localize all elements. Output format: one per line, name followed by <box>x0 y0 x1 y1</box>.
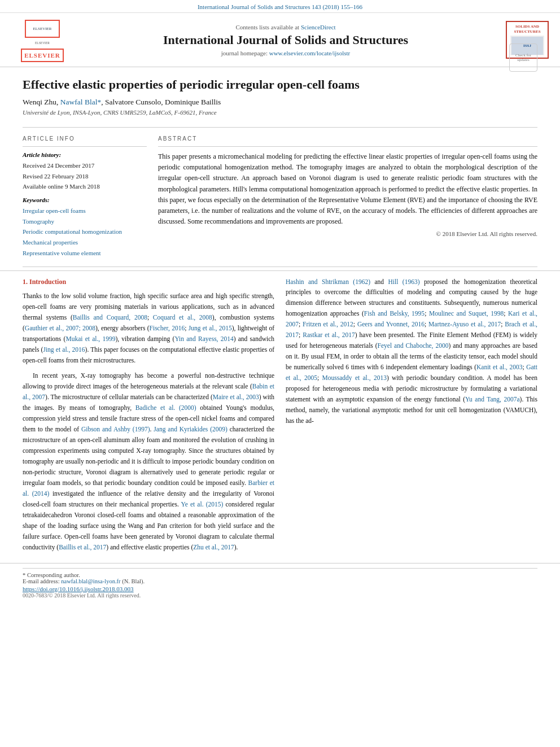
ref-yu-2007a[interactable]: Yu and Tang, 2007a <box>465 396 519 403</box>
email-suffix: (N. Blal). <box>122 578 145 584</box>
ref-fritzen-2012[interactable]: Fritzen et al., 2012 <box>303 321 353 327</box>
ref-coquard-2008[interactable]: Coquard et al., 2008 <box>153 314 212 321</box>
copyright-line: © 2018 Elsevier Ltd. All rights reserved… <box>158 230 537 237</box>
author-email-link[interactable]: nawfal.blal@insa-lyon.fr <box>61 578 120 584</box>
author-salvatore-cunsolo: Salvatore Cunsolo, Dominique Baillis <box>105 98 221 106</box>
footnote-divider <box>23 568 537 569</box>
ref-martnez-2017[interactable]: Martnez-Ayuso et al., 2017 <box>428 321 501 327</box>
issn-line: 0020-7683/© 2018 Elsevier Ltd. All right… <box>23 592 537 599</box>
ref-maire-2003[interactable]: Maire et al., 2003 <box>213 394 259 400</box>
section-divider <box>23 127 537 128</box>
intro-para-1: Thanks to the low solid volume fraction,… <box>23 291 274 366</box>
revised-date: Revised 22 February 2018 <box>23 171 147 182</box>
affiliation: Université de Lyon, INSA-Lyon, CNRS UMR5… <box>23 109 504 116</box>
abstract-label: ABSTRACT <box>158 136 537 142</box>
footer-note: * Corresponding author. E-mail address: … <box>0 563 560 603</box>
journal-header: ELSEVIER ELSEVIER ELSEVIER Contents list… <box>0 13 560 67</box>
ref-geers-2016[interactable]: Geers and Yvonnet, 2016 <box>357 321 425 327</box>
body-columns: 1. Introduction Thanks to the low solid … <box>23 277 537 557</box>
ref-baillis-2017[interactable]: Baillis et al., 2017 <box>59 544 106 551</box>
intro-para-2: In recent years, X-ray tomography has be… <box>23 370 274 552</box>
received-date: Received 24 December 2017 <box>23 160 147 171</box>
ref-ye-2015[interactable]: Ye et al. (2015) <box>181 501 224 508</box>
abstract-text: This paper presents a micromechanical mo… <box>158 151 537 227</box>
journal-citation: International Journal of Solids and Stru… <box>198 3 362 10</box>
authors-line: Wenqi Zhu, Nawfal Blal*, Salvatore Cunso… <box>23 98 504 107</box>
article-info-label: ARTICLE INFO <box>23 136 147 142</box>
ref-hill-1963[interactable]: Hill (1963) <box>388 278 419 285</box>
ref-baillis-2008[interactable]: Baillis and Coquard, 2008 <box>73 314 147 321</box>
keywords-label: Keywords: <box>23 196 147 203</box>
article-dates: Received 24 December 2017 Revised 22 Feb… <box>23 160 147 192</box>
elsevier-label-box: ELSEVIER <box>21 49 64 62</box>
journal-homepage: journal homepage: www.elsevier.com/locat… <box>73 50 498 56</box>
homepage-link[interactable]: www.elsevier.com/locate/ijsolstr <box>269 50 350 56</box>
keyword-2[interactable]: Tomography <box>23 216 147 227</box>
article-title-section: Effective elastic properties of periodic… <box>0 67 560 124</box>
ref-fischer-2016[interactable]: Fischer, 2016 <box>150 325 185 331</box>
abstract-divider <box>158 146 537 147</box>
contents-line: Contents lists available at ScienceDirec… <box>73 24 498 30</box>
author-wenqi-zhu: Wenqi Zhu, <box>23 98 60 106</box>
ref-barbier-2014[interactable]: Barbier et al. (2014) <box>23 479 274 497</box>
sciencedirect-link[interactable]: ScienceDirect <box>301 24 336 30</box>
ref-mukai-1999[interactable]: Mukai et al., 1999 <box>65 335 115 342</box>
elsevier-tree-icon: ELSEVIER ELSEVIER <box>20 18 65 49</box>
history-label: Article history: <box>23 151 147 158</box>
email-label: E-mail address: <box>23 578 60 584</box>
elsevier-logo: ELSEVIER ELSEVIER ELSEVIER <box>11 18 73 62</box>
ref-fish-1995[interactable]: Fish and Belsky, 1995 <box>364 310 425 317</box>
author-nawfal-blal-link[interactable]: Nawfal Blal* <box>60 98 101 106</box>
article-title: Effective elastic properties of periodic… <box>23 77 504 92</box>
corresponding-author-label: * Corresponding author. <box>23 572 80 578</box>
check-for-updates-badge: Check forupdates <box>509 43 537 72</box>
keyword-5[interactable]: Representative volume element <box>23 248 147 259</box>
keyword-4[interactable]: Mechanical properties <box>23 237 147 248</box>
ref-gauthier-2007[interactable]: Gauthier et al., 2007; 2008 <box>25 325 95 331</box>
ref-rastkar-2017[interactable]: Rastkar et al., 2017 <box>303 331 355 338</box>
ref-badiche-2000[interactable]: Badiche et al. (2000) <box>135 404 196 411</box>
article-info-column: ARTICLE INFO Article history: Received 2… <box>23 136 147 259</box>
info-abstract-section: ARTICLE INFO Article history: Received 2… <box>0 131 560 263</box>
abstract-section: ABSTRACT This paper presents a micromech… <box>158 136 537 259</box>
ref-jung-2015[interactable]: Jung et al., 2015 <box>189 325 232 331</box>
main-body: 1. Introduction Thanks to the low solid … <box>0 270 560 563</box>
ref-feyel-2000[interactable]: Feyel and Chaboche, 2000 <box>378 342 449 349</box>
available-date: Available online 9 March 2018 <box>23 181 147 192</box>
ref-gibson-1997[interactable]: Gibson and Ashby (1997) <box>81 426 150 433</box>
body-right-column: Hashin and Shtrikman (1962) and Hill (19… <box>286 277 537 557</box>
ref-jing-2016[interactable]: Jing et al., 2016 <box>43 346 85 353</box>
doi-link[interactable]: https://doi.org/10.1016/j.ijsolstr.2018.… <box>23 586 537 592</box>
ref-zhu-2017[interactable]: Zhu et al., 2017 <box>193 544 234 551</box>
ref-hashin-1962[interactable]: Hashin and Shtrikman (1962) <box>286 278 370 285</box>
svg-text:ELSEVIER: ELSEVIER <box>35 41 50 45</box>
right-para-1: Hashin and Shtrikman (1962) and Hill (19… <box>286 277 537 427</box>
header-center: Contents lists available at ScienceDirec… <box>73 24 498 56</box>
svg-text:ELSEVIER: ELSEVIER <box>33 27 51 31</box>
ref-yin-2014[interactable]: Yin and Rayess, 2014 <box>174 335 233 342</box>
keywords-list: Irregular open-cell foams Tomography Per… <box>23 206 147 258</box>
body-left-column: 1. Introduction Thanks to the low solid … <box>23 277 274 557</box>
section-1-heading: 1. Introduction <box>23 277 274 288</box>
elsevier-text: ELSEVIER <box>24 52 60 59</box>
ref-jang-2009[interactable]: Jang and Kyriakides (2009) <box>154 426 228 433</box>
body-divider <box>23 267 537 267</box>
journal-title: International Journal of Solids and Stru… <box>73 33 498 47</box>
info-divider <box>23 146 147 147</box>
ref-kanit-2003[interactable]: Kanit et al., 2003 <box>476 364 522 370</box>
keyword-1[interactable]: Irregular open-cell foams <box>23 206 147 216</box>
ref-moulinec-1998[interactable]: Moulinec and Suquet, 1998 <box>429 310 504 317</box>
top-bar: International Journal of Solids and Stru… <box>0 0 560 13</box>
ref-moussaddy-2013[interactable]: Moussaddy et al., 2013 <box>322 374 387 381</box>
keyword-3[interactable]: Periodic computational homogenization <box>23 226 147 237</box>
